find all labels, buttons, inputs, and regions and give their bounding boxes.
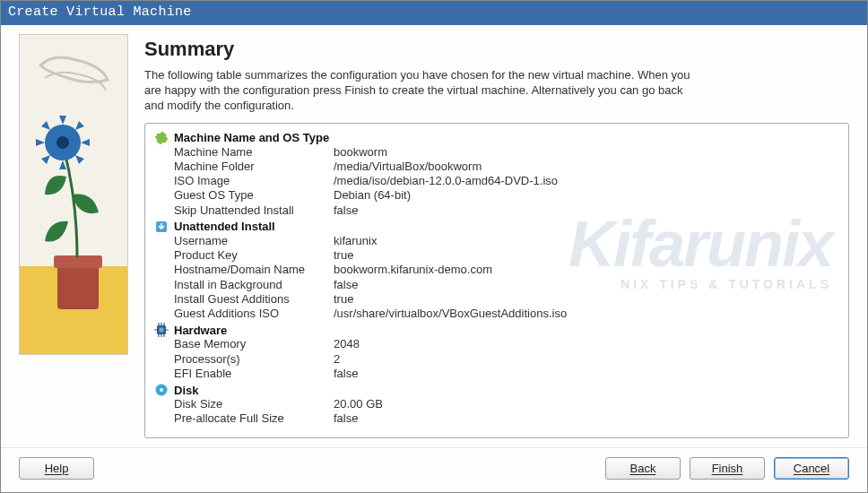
kv-key: Hostname/Domain Name [154, 263, 334, 277]
kv-val: Debian (64-bit) [334, 188, 839, 203]
kv-key: Guest OS Type [154, 188, 334, 203]
help-button[interactable]: Help [19, 457, 94, 480]
content-row: Summary The following table summarizes t… [1, 25, 867, 447]
section-disk-title: Disk [174, 384, 198, 397]
svg-rect-8 [160, 328, 164, 333]
kv-key: Product Key [154, 248, 334, 263]
install-icon [154, 220, 169, 234]
kv-row: EFI Enablefalse [154, 367, 839, 381]
kv-key: Username [154, 234, 334, 248]
section-machine-header: Machine Name and OS Type [154, 131, 839, 145]
kv-val: /usr/share/virtualbox/VBoxGuestAdditions… [334, 307, 839, 321]
help-label: Help [45, 462, 69, 475]
kv-key: Processor(s) [154, 352, 334, 367]
kv-val: kifarunix [334, 234, 839, 248]
kv-val: true [334, 248, 839, 263]
kv-row: Hostname/Domain Namebookworm.kifarunix-d… [154, 263, 839, 277]
svg-point-18 [160, 388, 163, 392]
kv-val: 2 [334, 352, 839, 367]
kv-row: Usernamekifarunix [154, 234, 839, 248]
kv-val: false [334, 203, 839, 218]
kv-row: Base Memory2048 [154, 337, 839, 351]
kv-row: Skip Unattended Installfalse [154, 203, 839, 218]
svg-point-5 [56, 136, 69, 149]
kv-row: Machine Folder/media/VirtualBox/bookworm [154, 160, 839, 174]
svg-rect-2 [57, 261, 99, 309]
summary-box: Machine Name and OS Type Machine Nameboo… [144, 123, 849, 438]
kv-val: /media/VirtualBox/bookworm [334, 160, 839, 174]
kv-row: Disk Size20.00 GB [154, 397, 839, 411]
kv-key: Pre-allocate Full Size [154, 411, 334, 426]
kv-key: Install in Background [154, 278, 334, 292]
back-label: Back [630, 462, 656, 475]
puzzle-icon [154, 131, 169, 145]
wizard-window: Create Virtual Machine [0, 0, 868, 493]
button-bar: Help Back Finish Cancel [1, 447, 867, 492]
kv-key: Install Guest Additions [154, 292, 334, 307]
plant-illustration-icon [20, 35, 128, 355]
kv-val: /media/iso/debian-12.0.0-amd64-DVD-1.iso [334, 174, 839, 188]
finish-label: Finish [712, 462, 743, 475]
page-description: The following table summarizes the confi… [144, 68, 700, 114]
kv-row: Machine Namebookworm [154, 145, 839, 160]
section-disk-header: Disk [154, 383, 839, 397]
kv-key: Machine Folder [154, 160, 334, 174]
kv-val: false [334, 367, 839, 381]
wizard-body: Summary The following table summarizes t… [1, 25, 867, 492]
kv-key: Base Memory [154, 337, 334, 351]
kv-val: false [334, 411, 839, 426]
kv-key: EFI Enable [154, 367, 334, 381]
kv-val: 20.00 GB [334, 397, 839, 411]
page-title: Summary [144, 38, 849, 61]
kv-key: Machine Name [154, 145, 334, 160]
section-unattended-header: Unattended Install [154, 220, 839, 234]
window-title: Create Virtual Machine [1, 1, 867, 25]
kv-key: Skip Unattended Install [154, 203, 334, 218]
kv-row: Install in Backgroundfalse [154, 278, 839, 292]
cancel-button[interactable]: Cancel [774, 457, 849, 480]
wizard-illustration [19, 34, 128, 355]
cancel-label: Cancel [794, 462, 829, 475]
section-hardware-title: Hardware [174, 324, 227, 337]
main-column: Summary The following table summarizes t… [144, 34, 849, 438]
kv-row: Guest Additions ISO/usr/share/virtualbox… [154, 307, 839, 321]
kv-val: true [334, 292, 839, 307]
section-unattended-title: Unattended Install [174, 220, 275, 233]
kv-row: ISO Image/media/iso/debian-12.0.0-amd64-… [154, 174, 839, 188]
kv-row: Processor(s)2 [154, 352, 839, 367]
kv-row: Pre-allocate Full Sizefalse [154, 411, 839, 426]
section-hardware-header: Hardware [154, 323, 839, 337]
kv-key: Guest Additions ISO [154, 307, 334, 321]
kv-val: false [334, 278, 839, 292]
svg-rect-3 [54, 255, 102, 268]
chip-icon [154, 323, 169, 337]
kv-val: bookworm.kifarunix-demo.com [334, 263, 839, 277]
disk-icon [154, 383, 169, 397]
finish-button[interactable]: Finish [690, 457, 765, 480]
kv-key: Disk Size [154, 397, 334, 411]
section-machine-title: Machine Name and OS Type [174, 131, 329, 144]
kv-row: Install Guest Additionstrue [154, 292, 839, 307]
kv-val: 2048 [334, 337, 839, 351]
kv-row: Product Keytrue [154, 248, 839, 263]
kv-row: Guest OS TypeDebian (64-bit) [154, 188, 839, 203]
kv-val: bookworm [334, 145, 839, 160]
kv-key: ISO Image [154, 174, 334, 188]
back-button[interactable]: Back [605, 457, 681, 480]
right-buttons: Back Finish Cancel [605, 457, 849, 480]
